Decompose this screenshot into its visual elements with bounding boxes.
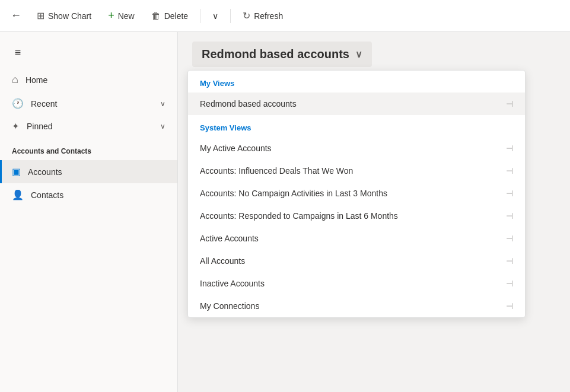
dropdown-item-my-active[interactable]: My Active Accounts ⊣ <box>188 137 525 160</box>
view-dropdown: My Views Redmond based accounts ⊣ System… <box>187 70 526 318</box>
dropdown-item-active[interactable]: Active Accounts ⊣ <box>188 227 525 250</box>
pin-icon-all[interactable]: ⊣ <box>506 256 513 266</box>
sidebar: ≡ ⌂ Home 🕐 Recent ∨ ✦ Pinned ∨ Accounts … <box>0 32 178 392</box>
system-views-title: System Views <box>188 115 525 137</box>
my-views-title: My Views <box>188 71 525 93</box>
accounts-icon: ▣ <box>12 166 21 177</box>
plus-icon: + <box>108 9 114 22</box>
pinned-chevron-icon: ∨ <box>160 122 165 130</box>
sidebar-item-recent[interactable]: 🕐 Recent ∨ <box>0 92 177 115</box>
pin-icon-redmond[interactable]: ⊣ <box>506 99 513 109</box>
dropdown-item-connections[interactable]: My Connections ⊣ <box>188 295 525 317</box>
toolbar-divider-2 <box>230 9 231 23</box>
hamburger-icon: ≡ <box>15 46 21 59</box>
dropdown-item-all[interactable]: All Accounts ⊣ <box>188 250 525 272</box>
contacts-icon: 👤 <box>12 189 24 200</box>
hamburger-button[interactable]: ≡ <box>5 39 31 65</box>
connections-label: My Connections <box>200 301 259 311</box>
content-area: Redmond based accounts ∨ My Views Redmon… <box>178 32 570 392</box>
my-active-label: My Active Accounts <box>200 144 272 153</box>
no-campaign-label: Accounts: No Campaign Activities in Last… <box>200 189 387 198</box>
show-chart-button[interactable]: ⊞ Show Chart <box>30 7 98 25</box>
chart-icon: ⊞ <box>37 10 44 21</box>
refresh-icon: ↻ <box>243 10 250 21</box>
new-label: New <box>118 11 135 21</box>
pin-icon-connections[interactable]: ⊣ <box>506 301 513 311</box>
pin-icon-influenced[interactable]: ⊣ <box>506 166 513 176</box>
delete-button[interactable]: 🗑 Delete <box>144 7 195 25</box>
pinned-label: Pinned <box>27 122 153 131</box>
accounts-label: Accounts <box>28 167 165 177</box>
view-chevron-icon: ∨ <box>355 49 362 60</box>
pin-icon-inactive[interactable]: ⊣ <box>506 279 513 288</box>
new-button[interactable]: + New <box>101 6 142 26</box>
dropdown-item-responded[interactable]: Accounts: Responded to Campaigns in Last… <box>188 205 525 227</box>
sidebar-item-home[interactable]: ⌂ Home <box>0 68 177 92</box>
responded-label: Accounts: Responded to Campaigns in Last… <box>200 211 398 221</box>
section-title: Accounts and Contacts <box>0 138 177 160</box>
active-label: Active Accounts <box>200 234 259 243</box>
main-area: ≡ ⌂ Home 🕐 Recent ∨ ✦ Pinned ∨ Accounts … <box>0 32 570 392</box>
delete-label: Delete <box>164 11 188 21</box>
toolbar-divider <box>200 9 200 23</box>
view-title-button[interactable]: Redmond based accounts ∨ <box>192 42 372 67</box>
pin-icon-my-active[interactable]: ⊣ <box>506 144 513 153</box>
chevron-down-icon: ∨ <box>212 11 218 21</box>
dropdown-item-influenced[interactable]: Accounts: Influenced Deals That We Won ⊣ <box>188 160 525 182</box>
inactive-label: Inactive Accounts <box>200 279 265 288</box>
refresh-label: Refresh <box>254 11 283 21</box>
view-header: Redmond based accounts ∨ <box>178 32 570 74</box>
toolbar: ← ⊞ Show Chart + New 🗑 Delete ∨ ↻ Refres… <box>0 0 570 32</box>
dropdown-item-inactive[interactable]: Inactive Accounts ⊣ <box>188 272 525 295</box>
sidebar-item-accounts[interactable]: ▣ Accounts <box>0 160 177 183</box>
refresh-button[interactable]: ↻ Refresh <box>235 7 290 25</box>
back-button[interactable]: ← <box>5 6 27 26</box>
sidebar-item-pinned[interactable]: ✦ Pinned ∨ <box>0 115 177 138</box>
home-label: Home <box>26 75 165 85</box>
pin-icon-responded[interactable]: ⊣ <box>506 211 513 221</box>
back-icon: ← <box>11 9 21 21</box>
dropdown-item-no-campaign[interactable]: Accounts: No Campaign Activities in Last… <box>188 182 525 205</box>
recent-label: Recent <box>31 99 153 109</box>
redmond-label: Redmond based accounts <box>200 99 297 109</box>
contacts-label: Contacts <box>31 190 165 200</box>
view-title-text: Redmond based accounts <box>202 47 349 61</box>
pin-icon-no-campaign[interactable]: ⊣ <box>506 189 513 198</box>
all-label: All Accounts <box>200 256 245 266</box>
pin-icon-active[interactable]: ⊣ <box>506 234 513 243</box>
trash-icon: 🗑 <box>151 11 161 21</box>
show-chart-label: Show Chart <box>48 11 91 21</box>
recent-chevron-icon: ∨ <box>160 100 165 108</box>
home-icon: ⌂ <box>12 74 18 86</box>
more-button[interactable]: ∨ <box>205 8 225 24</box>
clock-icon: 🕐 <box>12 98 24 109</box>
influenced-label: Accounts: Influenced Deals That We Won <box>200 166 353 176</box>
sidebar-item-contacts[interactable]: 👤 Contacts <box>0 183 177 206</box>
pin-icon: ✦ <box>12 121 20 132</box>
dropdown-item-redmond[interactable]: Redmond based accounts ⊣ <box>188 93 525 115</box>
